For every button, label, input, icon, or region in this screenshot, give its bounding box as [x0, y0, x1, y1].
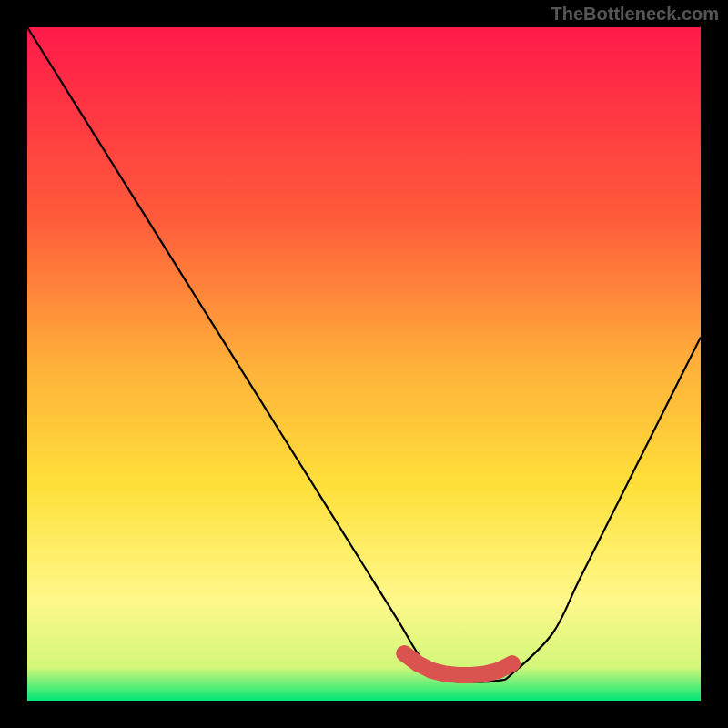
gradient-background [27, 27, 701, 701]
highlight-dot [504, 655, 521, 672]
chart-svg [27, 27, 701, 701]
plot-area [27, 27, 701, 701]
watermark-text: TheBottleneck.com [551, 4, 719, 25]
chart-container: TheBottleneck.com [0, 0, 728, 728]
highlight-dot [396, 645, 412, 662]
